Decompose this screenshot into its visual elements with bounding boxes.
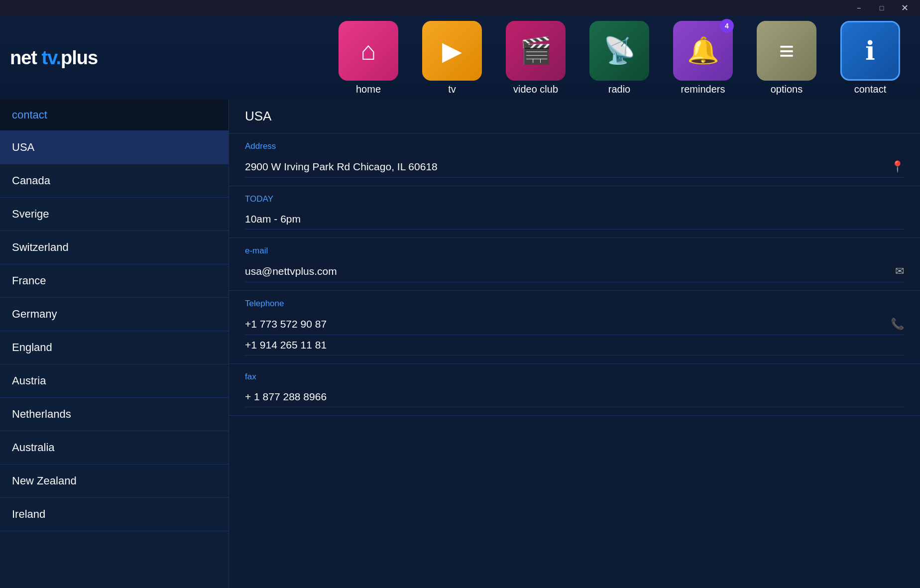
nav-label-home: home (356, 84, 381, 95)
nav-item-videoclub[interactable]: 🎬video club (496, 21, 575, 95)
nav-icon-tv: ▶ (422, 21, 482, 81)
main-content: contact USACanadaSverigeSwitzerlandFranc… (0, 100, 920, 588)
phone2-value[interactable]: +1 914 265 11 81 (245, 339, 327, 351)
sidebar-list: USACanadaSverigeSwitzerlandFranceGermany… (0, 131, 229, 531)
phone1-row: +1 773 572 90 87 📞 (245, 314, 904, 335)
today-section: TODAY 10am - 6pm (229, 186, 920, 238)
address-section: Address 2900 W Irving Park Rd Chicago, I… (229, 133, 920, 186)
fax-section: fax + 1 877 288 8966 (229, 364, 920, 416)
detail-panel: USA Address 2900 W Irving Park Rd Chicag… (229, 100, 920, 588)
title-bar: − □ ✕ (0, 0, 920, 16)
fax-label: fax (245, 372, 904, 382)
sidebar-header: contact (0, 100, 229, 131)
close-button[interactable]: ✕ (893, 0, 916, 16)
fax-value: + 1 877 288 8966 (245, 391, 327, 403)
phone1-value[interactable]: +1 773 572 90 87 (245, 318, 327, 330)
email-section: e-mail usa@nettvplus.com ✉ (229, 238, 920, 291)
nav-icon-home: ⌂ (339, 21, 398, 81)
nav-icon-radio: 📡 (589, 21, 649, 81)
sidebar-item-germany[interactable]: Germany (0, 298, 229, 331)
detail-country: USA (229, 100, 920, 133)
nav-item-radio[interactable]: 📡radio (579, 21, 659, 95)
minimize-button[interactable]: − (847, 0, 870, 16)
logo-dot: . (56, 47, 61, 68)
fax-row: + 1 877 288 8966 (245, 387, 904, 407)
sidebar-item-australia[interactable]: Australia (0, 431, 229, 465)
nav-icon-options: ≡ (757, 21, 816, 81)
nav-label-videoclub: video club (513, 84, 558, 95)
nav-item-options[interactable]: ≡options (747, 21, 826, 95)
sidebar-item-newzealand[interactable]: New Zealand (0, 465, 229, 498)
email-row: usa@nettvplus.com ✉ (245, 261, 904, 282)
sidebar-item-usa[interactable]: USA (0, 131, 229, 164)
telephone-label: Telephone (245, 299, 904, 309)
email-label: e-mail (245, 246, 904, 256)
sidebar-item-sverige[interactable]: Sverige (0, 198, 229, 231)
sidebar-item-france[interactable]: France (0, 264, 229, 298)
nav-icon-videoclub: 🎬 (506, 21, 566, 81)
sidebar-item-canada[interactable]: Canada (0, 164, 229, 198)
phone2-row: +1 914 265 11 81 (245, 335, 904, 355)
email-value[interactable]: usa@nettvplus.com (245, 265, 337, 277)
nav-label-reminders: reminders (681, 84, 725, 95)
location-icon[interactable]: 📍 (891, 160, 904, 173)
logo: net tv.plus (10, 47, 119, 69)
nav-label-options: options (771, 84, 803, 95)
nav-item-tv[interactable]: ▶tv (412, 21, 492, 95)
sidebar-item-ireland[interactable]: Ireland (0, 498, 229, 531)
today-label: TODAY (245, 194, 904, 204)
address-value: 2900 W Irving Park Rd Chicago, IL 60618 (245, 161, 438, 173)
nav-item-home[interactable]: ⌂home (329, 21, 408, 95)
nav-badge-reminders: 4 (720, 19, 734, 33)
logo-net: net (10, 47, 42, 68)
header: net tv.plus ⌂home▶tv🎬video club📡radio4🔔r… (0, 16, 920, 100)
sidebar-item-switzerland[interactable]: Switzerland (0, 231, 229, 264)
address-row: 2900 W Irving Park Rd Chicago, IL 60618 … (245, 156, 904, 178)
hours-value: 10am - 6pm (245, 213, 301, 225)
sidebar: contact USACanadaSverigeSwitzerlandFranc… (0, 100, 229, 588)
nav-item-contact[interactable]: ℹcontact (830, 21, 910, 95)
nav: ⌂home▶tv🎬video club📡radio4🔔reminders≡opt… (119, 21, 910, 95)
restore-button[interactable]: □ (870, 0, 893, 16)
nav-icon-contact: ℹ (840, 21, 900, 81)
phone-icon[interactable]: 📞 (891, 318, 904, 331)
nav-label-contact: contact (854, 84, 886, 95)
logo-tv: tv (42, 47, 56, 68)
logo-plus: plus (61, 47, 98, 68)
sidebar-item-netherlands[interactable]: Netherlands (0, 398, 229, 431)
telephone-section: Telephone +1 773 572 90 87 📞 +1 914 265 … (229, 291, 920, 364)
nav-label-tv: tv (448, 84, 456, 95)
address-label: Address (245, 141, 904, 151)
nav-item-reminders[interactable]: 4🔔reminders (663, 21, 743, 95)
email-icon[interactable]: ✉ (895, 265, 904, 278)
sidebar-item-england[interactable]: England (0, 331, 229, 364)
nav-label-radio: radio (608, 84, 630, 95)
sidebar-item-austria[interactable]: Austria (0, 364, 229, 398)
hours-row: 10am - 6pm (245, 209, 904, 230)
